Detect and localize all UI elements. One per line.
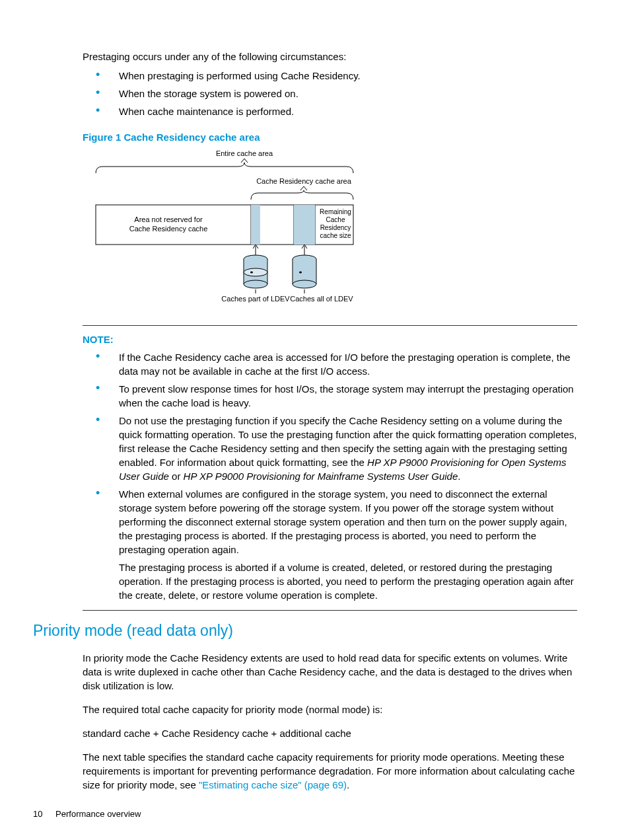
svg-point-10	[244, 280, 267, 288]
figure-label-entire: Entire cache area	[216, 149, 273, 157]
list-item: Do not use the prestaging function if yo…	[96, 414, 577, 483]
list-item: When cache maintenance is performed.	[96, 104, 577, 118]
svg-point-11	[244, 268, 267, 276]
figure-label-caches-all: Caches all of LDEV	[290, 295, 353, 303]
figure-label-cr-area: Cache Residency cache area	[256, 177, 352, 185]
note-followup: The prestaging process is aborted if a v…	[119, 560, 577, 602]
figure-label-not-reserved-2: Cache Residency cache	[129, 225, 208, 233]
list-item: If the Cache Residency cache area is acc…	[96, 350, 577, 378]
list-item: When the storage system is powered on.	[96, 87, 577, 100]
svg-point-17	[293, 280, 316, 288]
figure-label-remaining-3: Residency	[320, 224, 351, 231]
note-heading: NOTE:	[83, 332, 577, 346]
page: Prestaging occurs under any of the follo…	[0, 0, 630, 840]
body-text: .	[347, 779, 349, 790]
list-item: To prevent slow response times for host …	[96, 382, 577, 410]
figure-label-remaining-2: Cache	[326, 216, 345, 223]
note-text: When external volumes are configured in …	[119, 488, 567, 555]
figure-image: Entire cache area Cache Residency cache …	[83, 148, 577, 313]
note-text: .	[458, 471, 460, 482]
intro-paragraph: Prestaging occurs under any of the follo…	[83, 50, 577, 63]
list-item: When prestaging is performed using Cache…	[96, 69, 577, 83]
intro-bullet-list: When prestaging is performed using Cache…	[96, 69, 577, 118]
footer-title: Performance overview	[55, 809, 141, 819]
note-text: or	[169, 471, 184, 482]
figure-caption: Figure 1 Cache Residency cache area	[83, 130, 577, 144]
page-footer: 10 Performance overview	[33, 808, 141, 820]
svg-point-12	[250, 272, 253, 274]
svg-rect-5	[294, 205, 315, 245]
body-paragraph: The next table specifies the standard ca…	[83, 750, 577, 792]
section-heading: Priority mode (read data only)	[33, 620, 577, 641]
body-paragraph: The required total cache capacity for pr…	[83, 703, 577, 716]
note-italic: HP XP P9000 Provisioning for Mainframe S…	[184, 471, 458, 482]
body-paragraph: standard cache + Cache Residency cache +…	[83, 726, 577, 740]
body-paragraph: In priority mode the Cache Residency ext…	[83, 651, 577, 693]
svg-rect-4	[251, 205, 260, 245]
divider	[83, 325, 577, 326]
note-bullet-list: If the Cache Residency cache area is acc…	[96, 350, 577, 602]
list-item: When external volumes are configured in …	[96, 487, 577, 602]
cylinder-icon	[244, 255, 267, 288]
divider	[83, 610, 577, 611]
svg-point-18	[299, 272, 302, 274]
cylinder-icon	[293, 255, 316, 288]
page-number: 10	[33, 809, 42, 819]
link-estimating-cache-size[interactable]: "Estimating cache size" (page 69)	[199, 779, 347, 790]
figure-label-caches-part: Caches part of LDEV	[221, 295, 290, 303]
figure-label-remaining-4: cache size	[320, 232, 351, 239]
figure-label-remaining-1: Remaining	[320, 208, 351, 215]
figure-label-not-reserved-1: Area not reserved for	[134, 215, 203, 223]
